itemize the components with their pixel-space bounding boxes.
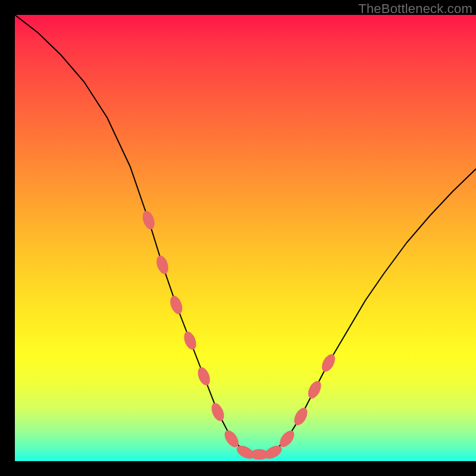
chart-svg xyxy=(15,15,476,461)
curve-marker xyxy=(168,294,184,315)
curve-marker xyxy=(154,254,170,275)
plot-area xyxy=(15,15,476,461)
curve-marker xyxy=(292,406,310,428)
curve-marker xyxy=(181,330,198,351)
curve-marker xyxy=(319,352,337,374)
curve-marker xyxy=(305,379,324,401)
curve-marker xyxy=(209,401,226,423)
plot-frame: TheBottleneck.com xyxy=(15,0,476,461)
curve-line xyxy=(15,15,476,455)
marker-group xyxy=(140,209,337,461)
curve-marker xyxy=(140,209,156,231)
curve-marker xyxy=(196,365,212,387)
